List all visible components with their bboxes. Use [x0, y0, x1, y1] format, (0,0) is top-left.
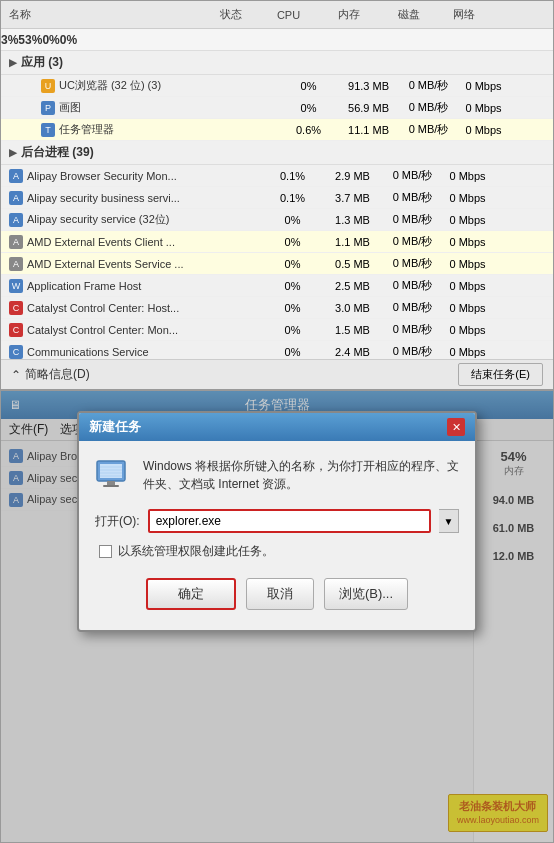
end-task-button[interactable]: 结束任务(E) — [458, 363, 543, 386]
dialog-ok-button[interactable]: 确定 — [146, 578, 236, 610]
proc-cpu: 0% — [265, 258, 320, 270]
proc-disk: 0 MB/秒 — [385, 234, 440, 249]
uc-icon: U — [41, 79, 55, 93]
dropdown-arrow-icon[interactable]: ▼ — [439, 509, 459, 533]
bg-expand-icon[interactable]: ▶ — [9, 147, 17, 158]
table-row[interactable]: P 画图 0% 56.9 MB 0 MB/秒 0 Mbps — [1, 97, 553, 119]
proc-net: 0 Mbps — [440, 302, 495, 314]
stats-cpu-value: 3% — [1, 33, 18, 47]
commsvc-icon: C — [9, 345, 23, 359]
proc-name-appframe: W Application Frame Host — [5, 279, 205, 293]
proc-name-catalyst-host: C Catalyst Control Center: Host... — [5, 301, 205, 315]
apps-expand-icon[interactable]: ▶ — [9, 57, 17, 68]
amd-service-icon: A — [9, 257, 23, 271]
proc-net: 0 Mbps — [456, 124, 511, 136]
col-header-cpu: CPU — [261, 9, 316, 21]
proc-cpu: 0.1% — [265, 192, 320, 204]
proc-net: 0 Mbps — [440, 280, 495, 292]
table-row[interactable]: A Alipay Browser Security Mon... 0.1% 2.… — [1, 165, 553, 187]
proc-name-alipay-svc: A Alipay security service (32位) — [5, 212, 205, 227]
dialog-description-area: Windows 将根据你所键入的名称，为你打开相应的程序、文件夹、文档或 Int… — [95, 457, 459, 493]
stats-disk-value: 0% — [42, 33, 59, 47]
top-task-manager: 名称 状态 CPU 内存 磁盘 网络 3% 53% 0% 0% ▶ 应用 (3)… — [0, 0, 554, 390]
dialog-close-button[interactable]: ✕ — [447, 418, 465, 436]
proc-cpu: 0% — [265, 214, 320, 226]
chevron-up-icon: ⌃ — [11, 368, 21, 382]
proc-name-uc: U UC浏览器 (32 位) (3) — [21, 78, 221, 93]
proc-cpu: 0% — [265, 346, 320, 358]
proc-cpu: 0% — [281, 102, 336, 114]
proc-mem: 3.7 MB — [320, 192, 385, 204]
dialog-cancel-button[interactable]: 取消 — [246, 578, 314, 610]
col-header-mem: 内存 — [316, 7, 381, 22]
proc-net: 0 Mbps — [440, 170, 495, 182]
dialog-browse-button[interactable]: 浏览(B)... — [324, 578, 408, 610]
dialog-title-text: 新建任务 — [89, 418, 141, 436]
proc-name-taskmgr: T 任务管理器 — [21, 122, 221, 137]
col-header-status: 状态 — [201, 7, 261, 22]
proc-net: 0 Mbps — [440, 258, 495, 270]
proc-mem: 1.1 MB — [320, 236, 385, 248]
proc-mem: 56.9 MB — [336, 102, 401, 114]
proc-name-paint: P 画图 — [21, 100, 221, 115]
table-row[interactable]: A Alipay security service (32位) 0% 1.3 M… — [1, 209, 553, 231]
catalyst-mon-icon: C — [9, 323, 23, 337]
proc-mem: 11.1 MB — [336, 124, 401, 136]
table-row[interactable]: C Catalyst Control Center: Mon... 0% 1.5… — [1, 319, 553, 341]
dialog-description-text: Windows 将根据你所键入的名称，为你打开相应的程序、文件夹、文档或 Int… — [143, 457, 459, 493]
dialog-body: Windows 将根据你所键入的名称，为你打开相应的程序、文件夹、文档或 Int… — [79, 441, 475, 630]
proc-net: 0 Mbps — [440, 236, 495, 248]
proc-disk: 0 MB/秒 — [385, 168, 440, 183]
proc-disk: 0 MB/秒 — [401, 122, 456, 137]
table-row[interactable]: W Application Frame Host 0% 2.5 MB 0 MB/… — [1, 275, 553, 297]
apps-section-header: ▶ 应用 (3) — [1, 51, 553, 75]
bottom-task-manager: 🖥 任务管理器 文件(F) 选项(O) 查看(V) 54% 内存 94.0 MB… — [0, 390, 554, 843]
table-row[interactable]: A AMD External Events Client ... 0% 1.1 … — [1, 231, 553, 253]
proc-mem: 1.3 MB — [320, 214, 385, 226]
stats-net-value: 0% — [60, 33, 77, 47]
admin-checkbox[interactable] — [99, 545, 112, 558]
table-row[interactable]: C Catalyst Control Center: Host... 0% 3.… — [1, 297, 553, 319]
proc-mem: 1.5 MB — [320, 324, 385, 336]
proc-net: 0 Mbps — [440, 192, 495, 204]
proc-name-commsvc: C Communications Service — [5, 345, 205, 359]
proc-mem: 3.0 MB — [320, 302, 385, 314]
dialog-checkbox-row: 以系统管理权限创建此任务。 — [95, 543, 459, 560]
taskmgr-icon: T — [41, 123, 55, 137]
col-header-disk: 磁盘 — [381, 7, 436, 22]
proc-disk: 0 MB/秒 — [385, 300, 440, 315]
stats-values-row: 3% 53% 0% 0% — [1, 29, 553, 51]
proc-disk: 0 MB/秒 — [385, 278, 440, 293]
apps-section-label: 应用 (3) — [21, 54, 63, 71]
proc-disk: 0 MB/秒 — [385, 344, 440, 359]
dialog-titlebar: 新建任务 ✕ — [79, 413, 475, 441]
proc-cpu: 0% — [265, 236, 320, 248]
proc-cpu: 0% — [265, 302, 320, 314]
proc-name-amd-client: A AMD External Events Client ... — [5, 235, 205, 249]
column-headers: 名称 状态 CPU 内存 磁盘 网络 — [1, 1, 553, 29]
proc-disk: 0 MB/秒 — [401, 78, 456, 93]
table-row[interactable]: U UC浏览器 (32 位) (3) 0% 91.3 MB 0 MB/秒 0 M… — [1, 75, 553, 97]
dialog-open-input[interactable] — [148, 509, 431, 533]
svg-rect-3 — [103, 485, 119, 487]
table-row[interactable]: T 任务管理器 0.6% 11.1 MB 0 MB/秒 0 Mbps — [1, 119, 553, 141]
table-row[interactable]: A AMD External Events Service ... 0% 0.5… — [1, 253, 553, 275]
dialog-input-row: 打开(O): ▼ — [95, 509, 459, 533]
new-task-dialog: 新建任务 ✕ — [77, 411, 477, 632]
proc-cpu: 0.1% — [265, 170, 320, 182]
brief-info-button[interactable]: ⌃ 简略信息(D) — [11, 366, 90, 383]
proc-net: 0 Mbps — [440, 324, 495, 336]
bg-section-label: 后台进程 (39) — [21, 144, 94, 161]
alipay-biz-icon: A — [9, 191, 23, 205]
table-row[interactable]: A Alipay security business servi... 0.1%… — [1, 187, 553, 209]
proc-cpu: 0% — [265, 280, 320, 292]
col-header-name: 名称 — [1, 7, 201, 22]
amd-client-icon: A — [9, 235, 23, 249]
proc-net: 0 Mbps — [440, 346, 495, 358]
dialog-buttons-row: 确定 取消 浏览(B)... — [95, 574, 459, 614]
proc-name-alipay-browser: A Alipay Browser Security Mon... — [5, 169, 205, 183]
proc-net: 0 Mbps — [456, 102, 511, 114]
proc-net: 0 Mbps — [440, 214, 495, 226]
proc-disk: 0 MB/秒 — [385, 190, 440, 205]
proc-cpu: 0% — [281, 80, 336, 92]
